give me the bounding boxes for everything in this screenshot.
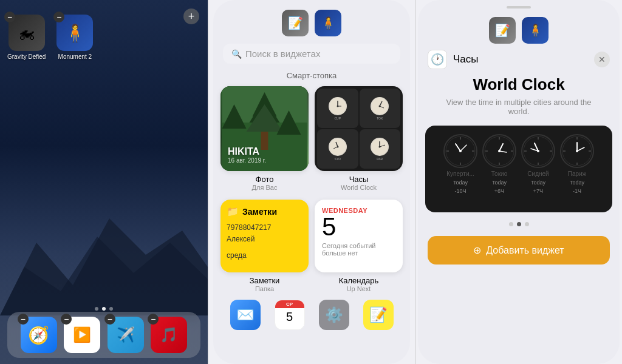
clock-offset-paris: -1Ч — [573, 188, 581, 194]
clock-today-cupertino: Today — [453, 180, 468, 186]
app-icons-row: 🏍 Gravity Defied 🧍 Monument 2 — [7, 15, 93, 60]
panel-dots — [418, 222, 620, 226]
clock-city-sydney: Сидней — [527, 170, 549, 177]
clock-widget[interactable]: CUP TOK — [315, 86, 403, 194]
clock-cell-par: PAR — [360, 129, 401, 169]
clock-offset-cupertino: -10Ч — [454, 188, 466, 194]
remove-safari-button[interactable] — [18, 314, 29, 325]
clock-city-cupertino: Куперти... — [446, 170, 474, 177]
analog-clock-paris — [560, 134, 594, 168]
clock-label-par: PAR — [377, 157, 383, 161]
calendar-date: 5 — [322, 214, 395, 240]
section-title: Смарт-стопка — [213, 71, 410, 80]
calendar-app-icon[interactable]: СР 5 — [275, 300, 305, 330]
svg-point-52 — [537, 150, 539, 152]
svg-point-13 — [337, 105, 338, 107]
app-gravity-defied[interactable]: 🏍 Gravity Defied — [7, 15, 46, 60]
panel-dot-1[interactable] — [509, 222, 513, 226]
add-widget-button[interactable]: ⊕ Добавить виджет — [428, 236, 610, 265]
notes-line-2: Алексей — [227, 234, 302, 245]
clock-widget-label: Часы World Clock — [315, 171, 403, 194]
settings-app-icon[interactable]: ⚙️ — [319, 300, 349, 330]
calendar-widget-name: Календарь — [315, 276, 403, 285]
add-app-button[interactable] — [183, 8, 199, 24]
top-icon-1: 📝 — [282, 10, 309, 36]
widget-search-bar[interactable]: 🔍 Поиск в виджетах — [223, 44, 400, 64]
search-placeholder: Поиск в виджетах — [245, 49, 320, 59]
calendar-widget[interactable]: WEDNESDAY 5 Сегодня событий больше нет К… — [315, 200, 403, 295]
page-dot-2[interactable] — [102, 307, 106, 311]
photo-location: HIKITA — [228, 146, 266, 157]
four-clocks-container: Куперти... Today -10Ч — [425, 126, 612, 212]
notes-header: 📁 Заметки — [227, 206, 302, 217]
notes-app-icon[interactable]: 📝 — [363, 300, 394, 330]
bottom-apps-row: ✉️ СР 5 ⚙️ 📝 — [213, 295, 410, 330]
home-screen: 🏍 Gravity Defied 🧍 Monument 2 🧭 ▶️ ✈️ — [0, 0, 208, 364]
search-icon: 🔍 — [231, 49, 242, 59]
clock-face-tok — [371, 97, 389, 115]
svg-point-34 — [459, 150, 462, 152]
clock-widget-desc: View the time in multiple cities around … — [418, 98, 620, 116]
clock-today-tokyo: Today — [492, 180, 507, 186]
add-widget-plus-icon: ⊕ — [473, 244, 481, 256]
modal-handle — [507, 6, 531, 8]
clock-cupertino: Куперти... Today -10Ч — [443, 134, 477, 194]
svg-point-43 — [498, 150, 501, 152]
dock: 🧭 ▶️ ✈️ 🎵 — [7, 312, 200, 358]
clock-label-syd: SYD — [335, 157, 341, 161]
remove-telegram-button[interactable] — [104, 314, 115, 325]
clock-widget-panel: 📝 🧍 🕐 Часы ✕ World Clock View the time i… — [415, 0, 622, 364]
mountain-background — [0, 194, 208, 315]
widgets-grid: HIKITA 16 авг. 2019 г. Фото Для Вас — [213, 86, 410, 295]
photo-widget-label: Фото Для Вас — [220, 171, 309, 194]
notes-widget[interactable]: 📁 Заметки 79788047217 Алексей среда Заме… — [220, 200, 309, 295]
dock-app4[interactable]: 🎵 — [151, 317, 187, 353]
photo-date: 16 авг. 2019 г. — [228, 157, 266, 164]
panel-dot-3[interactable] — [525, 222, 529, 226]
app-monument-2[interactable]: 🧍 Monument 2 — [56, 15, 93, 60]
svg-point-61 — [576, 150, 578, 152]
monument-2-label: Monument 2 — [58, 53, 92, 60]
calendar-widget-label: Календарь Up Next — [315, 272, 403, 295]
notes-widget-label: Заметки Папка — [220, 272, 309, 295]
clock-widget-card[interactable]: CUP TOK — [315, 86, 403, 171]
analog-clock-sydney — [521, 134, 555, 168]
clock-top-icon-1: 📝 — [489, 17, 516, 44]
notes-line-3 — [227, 245, 302, 250]
clock-label-cup: CUP — [334, 116, 341, 120]
photo-widget[interactable]: HIKITA 16 авг. 2019 г. Фото Для Вас — [220, 86, 309, 194]
page-dot-1[interactable] — [95, 307, 98, 311]
remove-gravity-defied-button[interactable] — [4, 12, 15, 22]
panel-dot-2[interactable] — [517, 222, 521, 226]
clock-app-icon: 🕐 — [428, 50, 447, 69]
clock-cell-cup: CUP — [317, 89, 358, 128]
clock-city-tokyo: Токио — [491, 170, 507, 177]
clock-today-sydney: Today — [531, 180, 545, 186]
clock-widget-title: World Clock — [418, 75, 620, 94]
calendar-widget-sub: Up Next — [315, 285, 403, 292]
svg-point-25 — [379, 146, 381, 147]
clock-offset-tokyo: +6Ч — [494, 188, 504, 194]
dock-youtube[interactable]: ▶️ — [64, 317, 100, 353]
notes-widget-card[interactable]: 📁 Заметки 79788047217 Алексей среда — [220, 200, 309, 272]
cal-icon-header: СР — [275, 300, 304, 308]
calendar-widget-card[interactable]: WEDNESDAY 5 Сегодня событий больше нет — [315, 200, 403, 272]
clock-today-paris: Today — [570, 180, 584, 186]
photo-background: HIKITA 16 авг. 2019 г. — [220, 86, 309, 171]
clock-paris: Париж Today -1Ч — [560, 134, 594, 194]
dock-telegram[interactable]: ✈️ — [108, 317, 144, 353]
clock-widget-sub: World Clock — [315, 184, 403, 191]
close-button[interactable]: ✕ — [594, 52, 610, 67]
top-icon-2: 🧍 — [315, 10, 341, 36]
page-dot-3[interactable] — [109, 307, 113, 311]
photo-widget-text: HIKITA 16 авг. 2019 г. — [228, 146, 266, 164]
photo-widget-card[interactable]: HIKITA 16 авг. 2019 г. — [220, 86, 309, 171]
widget-picker-top-icons: 📝 🧍 — [213, 0, 410, 36]
clock-app-header: 🕐 Часы ✕ — [418, 50, 620, 69]
notes-folder-icon: 📁 — [227, 206, 239, 217]
mail-app-icon[interactable]: ✉️ — [230, 300, 261, 330]
dock-safari[interactable]: 🧭 — [21, 317, 57, 353]
notes-line-1: 79788047217 — [227, 222, 302, 234]
clock-cell-syd: SYD — [317, 129, 358, 169]
clock-face-par — [371, 138, 389, 156]
